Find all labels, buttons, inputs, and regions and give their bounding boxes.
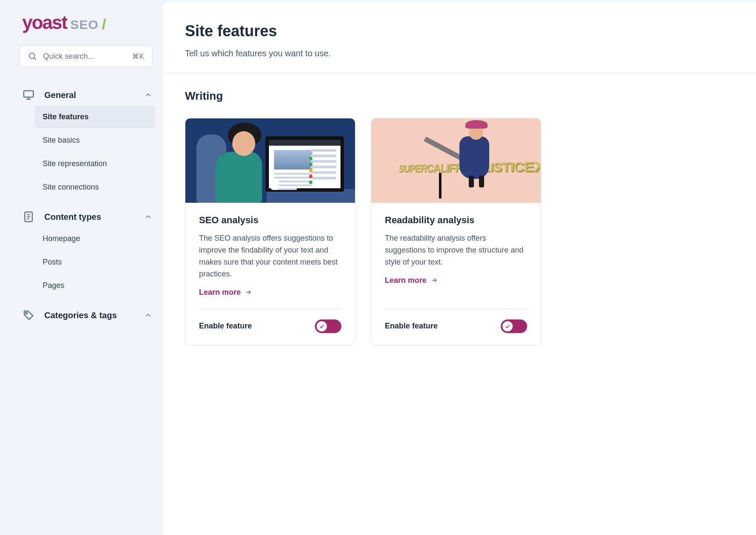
arrow-right-icon <box>244 289 253 296</box>
nav-group-content-types[interactable]: Content types <box>20 206 155 227</box>
card-description: The readability analysis offers suggesti… <box>385 233 527 268</box>
chevron-up-icon <box>144 311 153 319</box>
search-shortcut: ⌘K <box>132 52 144 60</box>
page-title: Site features <box>185 22 734 40</box>
nav-group-label: General <box>44 90 135 100</box>
monitor-icon <box>22 89 35 101</box>
enable-feature-label: Enable feature <box>199 322 252 331</box>
logo-suffix: SEO <box>70 17 98 32</box>
enable-feature-toggle[interactable] <box>501 319 527 333</box>
sidebar-item-pages[interactable]: Pages <box>35 274 155 297</box>
sidebar-item-site-connections[interactable]: Site connections <box>35 176 155 198</box>
section-title: Writing <box>185 89 734 103</box>
sidebar-item-site-features[interactable]: Site features <box>35 106 155 128</box>
card-illustration: SUPERCALIFRAGILISTICEXPIALIDOCIOUS <box>371 118 541 203</box>
svg-point-9 <box>26 312 27 314</box>
learn-more-label: Learn more <box>385 276 427 285</box>
nav-group-label: Categories & tags <box>44 311 135 320</box>
sidebar-item-site-representation[interactable]: Site representation <box>35 152 155 175</box>
sidebar-item-posts[interactable]: Posts <box>35 251 155 273</box>
nav-group-label: Content types <box>44 212 135 222</box>
svg-line-1 <box>34 58 36 60</box>
learn-more-link[interactable]: Learn more <box>385 276 439 285</box>
card-description: The SEO analysis offers suggestions to i… <box>199 233 341 280</box>
tags-icon <box>22 309 35 322</box>
page-subtitle: Tell us which features you want to use. <box>185 49 734 58</box>
card-title: SEO analysis <box>199 215 341 226</box>
search-placeholder: Quick search... <box>43 52 126 61</box>
enable-feature-label: Enable feature <box>385 322 438 331</box>
logo-slash: / <box>102 16 106 32</box>
page-header: Site features Tell us which features you… <box>163 3 756 73</box>
enable-feature-toggle[interactable] <box>315 319 341 333</box>
sidebar-item-site-basics[interactable]: Site basics <box>35 129 155 152</box>
check-icon <box>319 323 325 329</box>
svg-rect-2 <box>24 91 34 97</box>
sidebar: yoast SEO / Quick search... ⌘K General S… <box>0 0 163 535</box>
feature-card-readability-analysis: SUPERCALIFRAGILISTICEXPIALIDOCIOUS Reada… <box>371 118 541 345</box>
learn-more-label: Learn more <box>199 288 241 297</box>
nav-group-general[interactable]: General <box>20 84 155 106</box>
sidebar-item-homepage[interactable]: Homepage <box>35 227 155 250</box>
main-content: Site features Tell us which features you… <box>163 3 756 535</box>
learn-more-link[interactable]: Learn more <box>199 288 253 297</box>
feature-card-seo-analysis: SEO analysis The SEO analysis offers sug… <box>185 118 355 345</box>
nav-group-categories-tags[interactable]: Categories & tags <box>20 305 155 326</box>
logo: yoast SEO / <box>20 12 155 33</box>
search-icon <box>28 52 37 61</box>
card-title: Readability analysis <box>385 215 527 226</box>
search-input[interactable]: Quick search... ⌘K <box>20 45 153 67</box>
card-illustration <box>185 118 355 203</box>
document-icon <box>22 210 35 223</box>
logo-brand: yoast <box>22 12 67 33</box>
svg-point-0 <box>29 53 35 59</box>
arrow-right-icon <box>430 277 439 284</box>
chevron-up-icon <box>144 91 153 99</box>
check-icon <box>505 323 511 329</box>
chevron-up-icon <box>144 213 153 221</box>
